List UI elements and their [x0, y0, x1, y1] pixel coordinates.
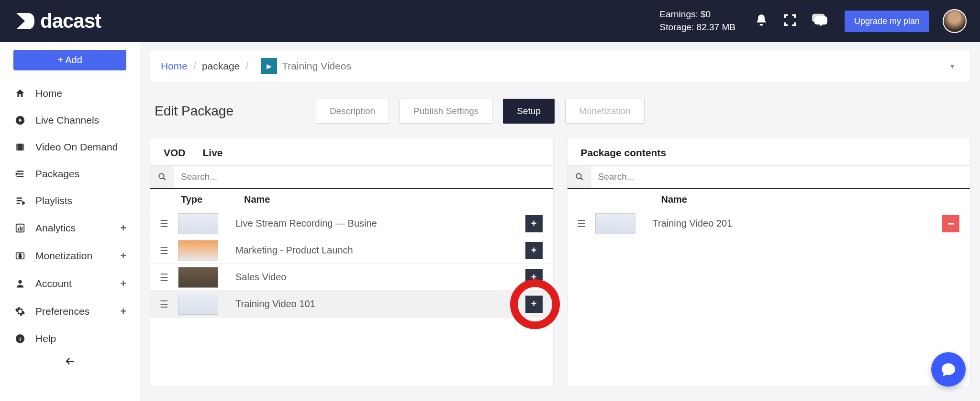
contents-search-input[interactable] [591, 166, 970, 188]
main-content: Home / package / ▶ Training Videos ▼ Edi… [140, 42, 980, 401]
svg-text:$: $ [19, 253, 22, 259]
sidebar-item-label: Video On Demand [35, 141, 118, 153]
sidebar-item-label: Analytics [35, 222, 76, 234]
svg-point-13 [159, 173, 164, 179]
svg-text:i: i [19, 335, 21, 343]
svg-rect-2 [16, 144, 18, 151]
drag-handle-icon[interactable]: ☰ [150, 218, 178, 229]
play-circle-icon [13, 115, 27, 126]
expand-icon[interactable]: + [120, 222, 126, 234]
gear-icon [13, 306, 27, 317]
drag-handle-icon[interactable]: ☰ [150, 298, 178, 310]
sidebar-item-help[interactable]: i Help [0, 325, 140, 352]
collapse-sidebar-icon[interactable] [64, 355, 76, 369]
sidebar-item-playlists[interactable]: Playlists [0, 187, 140, 214]
package-content-row[interactable]: ☰ Training Video 201 − [568, 210, 970, 237]
available-search-input[interactable] [174, 166, 553, 188]
page-title: Edit Package [155, 103, 234, 119]
video-name: Marketing - Product Launch [235, 245, 515, 256]
sidebar-item-monetization[interactable]: $ Monetization + [0, 242, 140, 270]
svg-rect-3 [22, 144, 24, 151]
sidebar-item-label: Account [35, 278, 72, 289]
video-thumbnail [178, 267, 218, 288]
add-to-package-button[interactable]: + [525, 296, 543, 313]
sidebar: + Add Home Live Channels Video On Demand… [0, 42, 140, 401]
brand-mark-icon [13, 10, 35, 32]
svg-rect-7 [22, 227, 22, 230]
video-name: Training Video 201 [653, 218, 932, 229]
sidebar-item-label: Preferences [35, 306, 89, 317]
support-chat-button[interactable] [931, 352, 966, 387]
chevron-down-icon[interactable]: ▼ [949, 62, 956, 70]
chat-icon[interactable] [812, 13, 827, 29]
sidebar-item-label: Live Channels [35, 115, 99, 126]
brand-text: dacast [40, 10, 101, 33]
sidebar-item-preferences[interactable]: Preferences + [0, 298, 140, 325]
tab-publish-settings[interactable]: Publish Settings [400, 99, 492, 124]
storage-text: Storage: 82.37 MB [659, 21, 735, 34]
sidebar-item-label: Monetization [35, 250, 92, 262]
column-header-type: Type [178, 194, 239, 205]
svg-rect-5 [18, 228, 19, 231]
chat-bubble-icon [940, 361, 957, 378]
fullscreen-icon[interactable] [783, 13, 797, 29]
video-name: Training Video 101 [235, 298, 515, 309]
add-button[interactable]: + Add [13, 50, 126, 70]
expand-icon[interactable]: + [120, 277, 126, 290]
drag-handle-icon[interactable]: ☰ [568, 218, 595, 229]
drag-handle-icon[interactable]: ☰ [150, 245, 178, 256]
add-to-package-button[interactable]: + [525, 215, 543, 232]
sidebar-item-label: Packages [35, 168, 79, 180]
column-header-name: Name [657, 194, 932, 205]
inner-tab-vod[interactable]: VOD [164, 147, 186, 159]
sidebar-item-packages[interactable]: Packages [0, 160, 140, 187]
usage-stats: Earnings: $0 Storage: 82.37 MB [659, 8, 735, 34]
info-icon: i [13, 333, 27, 344]
video-row[interactable]: ☰ Sales Video + [150, 264, 553, 291]
breadcrumb-sep: / [245, 60, 248, 72]
tab-setup[interactable]: Setup [503, 99, 555, 124]
video-row[interactable]: ☰ Marketing - Product Launch + [150, 237, 553, 264]
video-thumbnail [595, 213, 635, 234]
tab-description[interactable]: Description [316, 99, 389, 124]
sidebar-item-account[interactable]: Account + [0, 270, 140, 298]
remove-from-package-button[interactable]: − [942, 215, 959, 232]
video-row[interactable]: ☰ Live Stream Recording — Busine + [150, 210, 553, 237]
playlist-icon [13, 195, 27, 206]
add-to-package-button[interactable]: + [525, 269, 543, 286]
video-name: Live Stream Recording — Busine [235, 218, 515, 229]
svg-rect-6 [20, 226, 21, 230]
breadcrumb-home[interactable]: Home [161, 60, 188, 72]
sidebar-item-home[interactable]: Home [0, 80, 140, 107]
sidebar-item-label: Help [35, 333, 56, 344]
person-icon [13, 278, 27, 289]
sidebar-item-label: Playlists [35, 195, 72, 206]
sidebar-item-vod[interactable]: Video On Demand [0, 134, 140, 160]
expand-icon[interactable]: + [120, 305, 126, 318]
upgrade-plan-button[interactable]: Upgrade my plan [845, 11, 929, 32]
svg-point-14 [576, 173, 581, 179]
brand-logo: dacast [13, 10, 101, 33]
available-videos-panel: VOD Live Type Name ☰ Live Stream [150, 137, 554, 386]
breadcrumb-sep: / [193, 60, 196, 72]
bell-icon[interactable] [755, 13, 768, 29]
add-to-package-button[interactable]: + [525, 242, 543, 259]
panel-title: Package contents [568, 137, 970, 165]
drag-handle-icon[interactable]: ☰ [150, 272, 178, 283]
breadcrumb-bar: Home / package / ▶ Training Videos ▼ [150, 50, 970, 82]
indent-icon [13, 169, 27, 179]
sidebar-item-analytics[interactable]: Analytics + [0, 214, 140, 242]
inner-tab-live[interactable]: Live [203, 147, 223, 159]
svg-point-10 [18, 280, 22, 284]
sidebar-item-live-channels[interactable]: Live Channels [0, 107, 140, 134]
package-contents-panel: Package contents Name ☰ Training Video 2… [567, 137, 971, 386]
user-avatar[interactable] [943, 9, 967, 33]
tab-monetization[interactable]: Monetization [565, 99, 645, 124]
video-thumbnail [178, 294, 218, 315]
expand-icon[interactable]: + [120, 250, 126, 262]
home-icon [13, 88, 27, 99]
breadcrumb-package[interactable]: package [202, 60, 240, 72]
play-badge-icon: ▶ [261, 58, 277, 74]
app-header: dacast Earnings: $0 Storage: 82.37 MB Up… [0, 0, 980, 42]
video-row[interactable]: ☰ Training Video 101 + [150, 291, 553, 318]
